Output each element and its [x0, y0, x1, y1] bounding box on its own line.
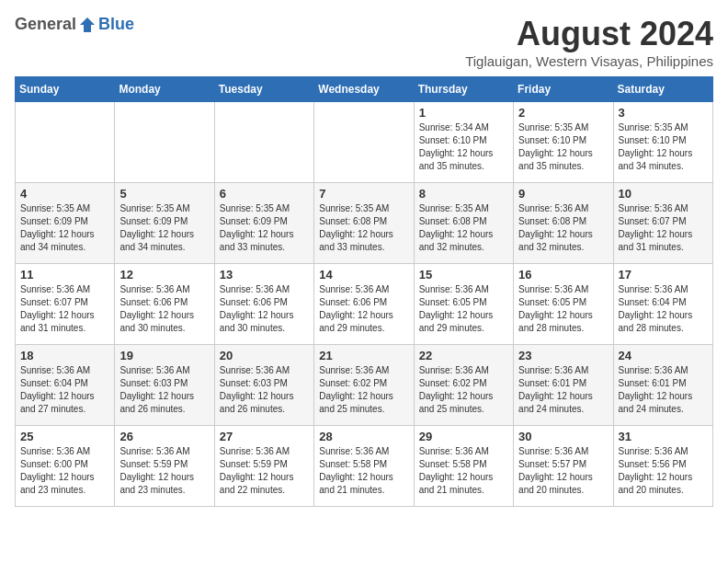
- month-year: August 2024: [465, 15, 713, 53]
- week-row-0: 1Sunrise: 5:34 AM Sunset: 6:10 PM Daylig…: [16, 102, 713, 183]
- day-info: Sunrise: 5:35 AM Sunset: 6:09 PM Dayligh…: [220, 202, 309, 254]
- calendar-cell: 13Sunrise: 5:36 AM Sunset: 6:06 PM Dayli…: [214, 264, 313, 345]
- day-number: 20: [220, 349, 309, 362]
- calendar-cell: 18Sunrise: 5:36 AM Sunset: 6:04 PM Dayli…: [16, 345, 115, 426]
- logo-icon: [78, 16, 97, 34]
- calendar-cell: 20Sunrise: 5:36 AM Sunset: 6:03 PM Dayli…: [214, 345, 313, 426]
- day-info: Sunrise: 5:36 AM Sunset: 5:59 PM Dayligh…: [220, 445, 309, 497]
- calendar-cell: 21Sunrise: 5:36 AM Sunset: 6:02 PM Dayli…: [314, 345, 414, 426]
- weekday-header-monday: Monday: [115, 77, 214, 102]
- day-info: Sunrise: 5:36 AM Sunset: 6:06 PM Dayligh…: [319, 283, 408, 335]
- day-info: Sunrise: 5:36 AM Sunset: 5:57 PM Dayligh…: [518, 445, 608, 497]
- day-number: 6: [220, 187, 309, 201]
- calendar-cell: 2Sunrise: 5:35 AM Sunset: 6:10 PM Daylig…: [514, 102, 613, 183]
- day-number: 21: [319, 349, 408, 362]
- weekday-header-thursday: Thursday: [414, 77, 513, 102]
- day-info: Sunrise: 5:36 AM Sunset: 6:03 PM Dayligh…: [220, 364, 309, 416]
- day-number: 2: [518, 106, 608, 120]
- day-info: Sunrise: 5:35 AM Sunset: 6:09 PM Dayligh…: [20, 202, 109, 254]
- calendar-cell: [214, 102, 313, 183]
- day-info: Sunrise: 5:36 AM Sunset: 6:00 PM Dayligh…: [20, 445, 109, 497]
- weekday-header-wednesday: Wednesday: [314, 77, 414, 102]
- day-number: 4: [20, 187, 109, 201]
- svg-marker-0: [80, 17, 95, 32]
- day-number: 18: [20, 349, 109, 362]
- calendar-cell: [314, 102, 414, 183]
- day-number: 15: [419, 268, 508, 282]
- week-row-4: 25Sunrise: 5:36 AM Sunset: 6:00 PM Dayli…: [16, 426, 713, 507]
- title-area: August 2024 Tiglauigan, Western Visayas,…: [465, 15, 713, 69]
- day-info: Sunrise: 5:36 AM Sunset: 6:07 PM Dayligh…: [20, 283, 109, 335]
- day-info: Sunrise: 5:36 AM Sunset: 6:02 PM Dayligh…: [419, 364, 508, 416]
- calendar-table: SundayMondayTuesdayWednesdayThursdayFrid…: [15, 76, 713, 507]
- calendar-cell: 9Sunrise: 5:36 AM Sunset: 6:08 PM Daylig…: [514, 183, 613, 264]
- day-number: 11: [20, 268, 109, 282]
- calendar-cell: 12Sunrise: 5:36 AM Sunset: 6:06 PM Dayli…: [115, 264, 214, 345]
- calendar-cell: 30Sunrise: 5:36 AM Sunset: 5:57 PM Dayli…: [514, 426, 613, 507]
- day-number: 1: [419, 106, 508, 120]
- calendar-cell: 7Sunrise: 5:35 AM Sunset: 6:08 PM Daylig…: [314, 183, 414, 264]
- day-number: 24: [619, 349, 708, 362]
- calendar-cell: 23Sunrise: 5:36 AM Sunset: 6:01 PM Dayli…: [514, 345, 613, 426]
- calendar-cell: 31Sunrise: 5:36 AM Sunset: 5:56 PM Dayli…: [613, 426, 712, 507]
- day-info: Sunrise: 5:36 AM Sunset: 6:04 PM Dayligh…: [619, 283, 708, 335]
- day-info: Sunrise: 5:36 AM Sunset: 5:58 PM Dayligh…: [319, 445, 408, 497]
- day-number: 28: [319, 430, 408, 443]
- day-number: 17: [619, 268, 708, 282]
- calendar-cell: 16Sunrise: 5:36 AM Sunset: 6:05 PM Dayli…: [514, 264, 613, 345]
- calendar-cell: 15Sunrise: 5:36 AM Sunset: 6:05 PM Dayli…: [414, 264, 513, 345]
- day-info: Sunrise: 5:36 AM Sunset: 6:06 PM Dayligh…: [119, 283, 209, 335]
- day-number: 25: [20, 430, 109, 443]
- day-info: Sunrise: 5:35 AM Sunset: 6:10 PM Dayligh…: [518, 121, 608, 173]
- calendar-cell: 6Sunrise: 5:35 AM Sunset: 6:09 PM Daylig…: [214, 183, 313, 264]
- day-number: 27: [220, 430, 309, 443]
- calendar-cell: 28Sunrise: 5:36 AM Sunset: 5:58 PM Dayli…: [314, 426, 414, 507]
- day-number: 16: [518, 268, 608, 282]
- day-number: 12: [119, 268, 209, 282]
- calendar-cell: 3Sunrise: 5:35 AM Sunset: 6:10 PM Daylig…: [613, 102, 712, 183]
- calendar-cell: 11Sunrise: 5:36 AM Sunset: 6:07 PM Dayli…: [16, 264, 115, 345]
- calendar-cell: 17Sunrise: 5:36 AM Sunset: 6:04 PM Dayli…: [613, 264, 712, 345]
- day-info: Sunrise: 5:35 AM Sunset: 6:08 PM Dayligh…: [419, 202, 508, 254]
- weekday-header-row: SundayMondayTuesdayWednesdayThursdayFrid…: [16, 77, 713, 102]
- calendar-cell: 19Sunrise: 5:36 AM Sunset: 6:03 PM Dayli…: [115, 345, 214, 426]
- day-number: 9: [518, 187, 608, 201]
- calendar-cell: 24Sunrise: 5:36 AM Sunset: 6:01 PM Dayli…: [613, 345, 712, 426]
- weekday-header-saturday: Saturday: [613, 77, 712, 102]
- calendar-cell: 10Sunrise: 5:36 AM Sunset: 6:07 PM Dayli…: [613, 183, 712, 264]
- day-number: 3: [619, 106, 708, 120]
- calendar-cell: 1Sunrise: 5:34 AM Sunset: 6:10 PM Daylig…: [414, 102, 513, 183]
- week-row-3: 18Sunrise: 5:36 AM Sunset: 6:04 PM Dayli…: [16, 345, 713, 426]
- calendar-cell: 27Sunrise: 5:36 AM Sunset: 5:59 PM Dayli…: [214, 426, 313, 507]
- day-number: 26: [119, 430, 209, 443]
- calendar-cell: 25Sunrise: 5:36 AM Sunset: 6:00 PM Dayli…: [16, 426, 115, 507]
- day-info: Sunrise: 5:36 AM Sunset: 6:01 PM Dayligh…: [518, 364, 608, 416]
- day-info: Sunrise: 5:36 AM Sunset: 6:06 PM Dayligh…: [220, 283, 309, 335]
- day-info: Sunrise: 5:36 AM Sunset: 6:02 PM Dayligh…: [319, 364, 408, 416]
- day-info: Sunrise: 5:36 AM Sunset: 6:01 PM Dayligh…: [619, 364, 708, 416]
- calendar-cell: 14Sunrise: 5:36 AM Sunset: 6:06 PM Dayli…: [314, 264, 414, 345]
- day-info: Sunrise: 5:34 AM Sunset: 6:10 PM Dayligh…: [419, 121, 508, 173]
- calendar-cell: 8Sunrise: 5:35 AM Sunset: 6:08 PM Daylig…: [414, 183, 513, 264]
- day-info: Sunrise: 5:36 AM Sunset: 6:05 PM Dayligh…: [419, 283, 508, 335]
- day-number: 23: [518, 349, 608, 362]
- day-info: Sunrise: 5:36 AM Sunset: 6:05 PM Dayligh…: [518, 283, 608, 335]
- day-info: Sunrise: 5:36 AM Sunset: 6:07 PM Dayligh…: [619, 202, 708, 254]
- day-info: Sunrise: 5:36 AM Sunset: 6:03 PM Dayligh…: [119, 364, 209, 416]
- weekday-header-sunday: Sunday: [16, 77, 115, 102]
- day-info: Sunrise: 5:35 AM Sunset: 6:08 PM Dayligh…: [319, 202, 408, 254]
- calendar-cell: 4Sunrise: 5:35 AM Sunset: 6:09 PM Daylig…: [16, 183, 115, 264]
- day-number: 7: [319, 187, 408, 201]
- week-row-1: 4Sunrise: 5:35 AM Sunset: 6:09 PM Daylig…: [16, 183, 713, 264]
- calendar-cell: 29Sunrise: 5:36 AM Sunset: 5:58 PM Dayli…: [414, 426, 513, 507]
- calendar-cell: 22Sunrise: 5:36 AM Sunset: 6:02 PM Dayli…: [414, 345, 513, 426]
- day-info: Sunrise: 5:35 AM Sunset: 6:09 PM Dayligh…: [119, 202, 209, 254]
- day-number: 8: [419, 187, 508, 201]
- day-number: 13: [220, 268, 309, 282]
- day-info: Sunrise: 5:36 AM Sunset: 5:59 PM Dayligh…: [119, 445, 209, 497]
- calendar-cell: 5Sunrise: 5:35 AM Sunset: 6:09 PM Daylig…: [115, 183, 214, 264]
- day-info: Sunrise: 5:35 AM Sunset: 6:10 PM Dayligh…: [619, 121, 708, 173]
- day-number: 29: [419, 430, 508, 443]
- day-number: 5: [119, 187, 209, 201]
- week-row-2: 11Sunrise: 5:36 AM Sunset: 6:07 PM Dayli…: [16, 264, 713, 345]
